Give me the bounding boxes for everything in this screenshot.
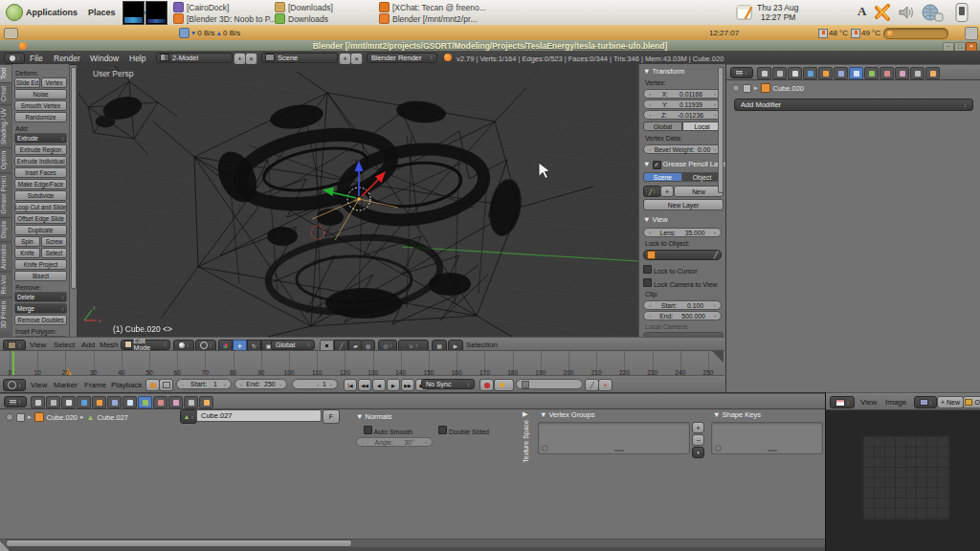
viewport-menu-select[interactable]: Select (54, 341, 75, 349)
viewport-menu-view[interactable]: View (30, 341, 46, 349)
tool-button-bisect[interactable]: Bisect (14, 271, 67, 281)
constraints-tab-icon[interactable] (834, 67, 848, 79)
fake-user-button[interactable]: F (323, 409, 340, 424)
mode-selector[interactable]: Edit Mode ↕ (121, 340, 170, 350)
tool-shelf-tab-option[interactable]: Option (0, 147, 11, 172)
object-tab-icon[interactable] (92, 396, 106, 408)
render-tab-icon[interactable] (31, 396, 45, 408)
editor-resize-corner[interactable] (0, 541, 10, 551)
transform-orientation-selector[interactable]: Global↕ (271, 340, 315, 350)
breadcrumb-data-name[interactable]: Cube.027 (97, 413, 128, 422)
tray-applet-icon[interactable] (965, 27, 978, 40)
lock-camera-option[interactable]: Lock Camera to View (643, 278, 717, 288)
world-tab-icon[interactable] (803, 67, 817, 79)
tool-button-knife-project[interactable]: Knife Project (14, 259, 67, 270)
tool-button-vertex[interactable]: Vertex (41, 77, 67, 88)
manipulator-center[interactable] (358, 198, 361, 201)
frame-end-field[interactable]: ‹End:250› (234, 379, 287, 389)
menu-window[interactable]: Window (90, 54, 119, 63)
timeline-menu-playback[interactable]: Playback (111, 381, 142, 389)
tool-shelf-tab-grease-penci[interactable]: Grease Penci (0, 172, 11, 216)
viewport-menu-add[interactable]: Add (81, 341, 95, 349)
taskbar-window-button[interactable]: [XChat: Tecan @ freeno... (379, 2, 486, 12)
constraints-tab-icon[interactable] (107, 396, 122, 408)
clear-keying-set-icon[interactable]: × (598, 379, 612, 391)
delete-scene-button[interactable]: × (350, 53, 363, 65)
lock-to-cursor-option[interactable]: Lock to Cursor (643, 265, 697, 275)
tool-button-duplicate[interactable]: Duplicate (14, 225, 67, 235)
texture-tab-icon[interactable] (168, 396, 183, 408)
object-browse-icon[interactable] (743, 84, 751, 93)
orientation-local-button[interactable]: Local (682, 121, 722, 131)
physics-tab-icon[interactable] (199, 396, 213, 408)
auto-smooth-option[interactable]: Auto Smooth (364, 426, 412, 435)
vertex-groups-panel-header[interactable]: ▼ Vertex Groups (540, 410, 594, 419)
world-tab-icon[interactable] (77, 396, 91, 408)
auto-smooth-checkbox[interactable] (364, 426, 372, 434)
viewport-3d[interactable]: xy User Persp (1) Cube.020 <> (77, 64, 638, 337)
xchat-tray-icon[interactable] (875, 4, 892, 21)
frame-range-lock-icon[interactable] (159, 379, 173, 391)
list-filter-icon[interactable] (715, 445, 722, 452)
status-clock[interactable]: 12:27:07 (709, 29, 739, 37)
particles-tab-icon[interactable] (184, 396, 198, 408)
particles-tab-icon[interactable] (910, 67, 924, 79)
volume-slider[interactable] (883, 28, 948, 39)
shape-keys-list[interactable] (711, 422, 823, 454)
n-panel-scrollbar[interactable] (718, 67, 724, 193)
editor-type-selector[interactable]: ↕ (730, 67, 753, 78)
lock-camera-checkbox[interactable] (643, 278, 652, 287)
auto-keyframe-record-button[interactable] (479, 379, 494, 391)
tool-button-extrude-individual[interactable]: Extrude Individual (14, 156, 67, 166)
window-minimize-button[interactable]: – (943, 42, 954, 52)
viewport-menu-mesh[interactable]: Mesh (100, 341, 119, 349)
tool-button-spin[interactable]: Spin (14, 236, 40, 247)
tool-shelf-tab-animatio[interactable]: Animatio (0, 241, 11, 272)
modifiers-tab-icon[interactable] (849, 67, 863, 79)
uv-grid-canvas[interactable] (862, 435, 950, 520)
grease-pencil-checkbox[interactable]: ✓ (653, 161, 661, 169)
mesh-name-input[interactable]: Cube.027 (196, 409, 322, 422)
double-sided-option[interactable]: Double Sided (438, 426, 489, 435)
tool-button-noise[interactable]: Noise (14, 89, 67, 99)
vertex-x-field[interactable]: ‹X:0.01166› (643, 89, 722, 99)
uv-menu-image[interactable]: Image (885, 398, 906, 407)
tool-button-make-edge-face[interactable]: Make Edge/Face (14, 179, 67, 189)
tool-shelf-tab-creat[interactable]: Creat (0, 82, 11, 104)
list-resize-handle[interactable] (768, 450, 777, 452)
list-filter-icon[interactable] (542, 445, 548, 452)
tool-menu-extrude[interactable]: Extrude↕ (14, 133, 67, 143)
scene-selector[interactable]: Scene (261, 53, 338, 63)
tool-shelf-tab-shading-uv[interactable]: Shading / UV (0, 104, 11, 147)
scene-tab-icon[interactable] (788, 67, 802, 79)
open-image-button[interactable]: Open (963, 396, 980, 408)
pin-icon[interactable] (6, 413, 13, 421)
bevel-weight-field[interactable]: ‹Bevel Weight:0.00› (643, 144, 722, 154)
physics-tab-icon[interactable] (925, 67, 940, 79)
material-tab-icon[interactable] (153, 396, 167, 408)
network-monitor-icon[interactable] (179, 28, 189, 38)
preview-range-icon[interactable] (145, 379, 160, 391)
volume-tray-icon[interactable] (898, 4, 915, 21)
object-browse-icon[interactable] (16, 413, 25, 422)
tool-button-extrude-region[interactable]: Extrude Region (14, 144, 67, 155)
window-maximize-button[interactable]: ▢ (954, 42, 966, 52)
pin-icon[interactable] (732, 84, 740, 92)
render-tab-icon[interactable] (757, 67, 771, 79)
menu-help[interactable]: Help (129, 54, 145, 63)
gp-draw-mode-button[interactable]: ╱↕ (643, 186, 661, 197)
grease-pencil-panel-header[interactable]: ▼ ✓ Grease Pencil Layers (643, 160, 725, 169)
orientation-global-button[interactable]: Global (643, 121, 682, 131)
screen-layout-selector[interactable]: 2-Model (156, 53, 233, 63)
window-close-button[interactable]: × (966, 42, 977, 52)
modifiers-tab-icon[interactable] (122, 396, 137, 408)
menu-file[interactable]: File (30, 54, 43, 63)
gp-source-object-button[interactable]: Object (682, 172, 722, 182)
lens-field[interactable]: ‹Lens:35.000› (643, 228, 722, 237)
transform-panel-header[interactable]: ▼ Transform (643, 67, 684, 76)
timeline-ruler[interactable]: 0102030405060708090100110120130140150160… (0, 350, 724, 376)
tool-shelf-tab-tool[interactable]: Tool (0, 64, 11, 82)
normals-panel-header[interactable]: ▼ Normals (356, 412, 391, 421)
show-desktop-icon[interactable] (4, 28, 18, 39)
volume-slider-knob[interactable] (887, 31, 893, 36)
